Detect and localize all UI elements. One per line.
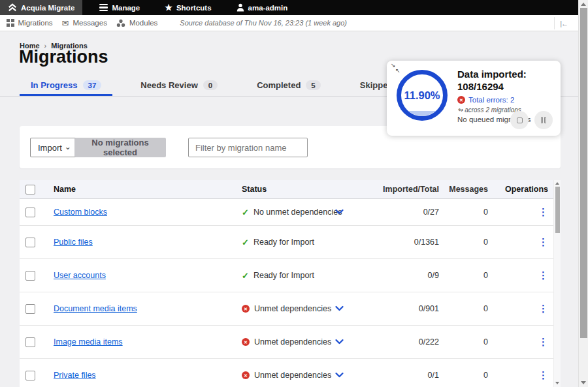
migration-link[interactable]: Image media items	[54, 337, 123, 347]
row-checkbox[interactable]	[25, 371, 35, 380]
tab-in-progress[interactable]: In Progress 37	[20, 76, 112, 96]
collapse-card-icon[interactable]: ↘ ↖	[391, 62, 402, 74]
messages-label: Messages	[73, 19, 106, 27]
scroll-down-icon[interactable]	[555, 382, 559, 384]
toolbar-item-messages[interactable]: ✉ Messages	[62, 19, 107, 27]
operations-menu-icon[interactable]: ⋮	[538, 369, 548, 380]
star-icon: ★	[165, 3, 172, 12]
import-progress-card: ↘ ↖ 11.90% Data imported: 108/16294 ✕ To…	[387, 61, 561, 136]
row-checkbox[interactable]	[25, 238, 35, 247]
pause-icon	[541, 117, 547, 123]
tab-completed[interactable]: Completed 5	[246, 76, 332, 96]
stop-import-button[interactable]	[510, 111, 529, 129]
row-checkbox[interactable]	[25, 337, 35, 347]
brand-button[interactable]: Acquia Migrate	[0, 0, 82, 15]
migration-filter-input[interactable]	[188, 138, 308, 157]
messages-count: 0	[439, 238, 488, 247]
scroll-down-icon[interactable]	[581, 381, 586, 384]
migration-link[interactable]: Custom blocks	[54, 208, 107, 217]
table-scrollbar-thumb[interactable]	[555, 187, 560, 233]
status-text: No unmet dependencies	[253, 208, 342, 217]
data-imported-label: Data imported:	[457, 68, 555, 80]
envelope-icon: ✉	[62, 19, 69, 27]
page-title: Migrations	[19, 47, 108, 67]
chevron-down-icon[interactable]	[335, 306, 344, 312]
pause-import-button[interactable]	[534, 111, 553, 129]
table-row: User accounts ✓ Ready for Import 0/9 0 ⋮	[20, 258, 553, 292]
row-checkbox[interactable]	[25, 208, 35, 217]
messages-count: 0	[439, 371, 488, 380]
status-error-icon: ✕	[242, 338, 250, 346]
table-header-row: Name Status Imported/Total Messages Oper…	[20, 180, 553, 199]
row-checkbox[interactable]	[25, 271, 35, 281]
brand-label: Acquia Migrate	[21, 4, 74, 12]
admin-topbar: Acquia Migrate Manage ★ Shortcuts ama-ad…	[0, 0, 578, 15]
tab-label: In Progress	[31, 80, 78, 90]
imported-total-value: 0/1361	[366, 238, 439, 247]
stop-icon	[517, 117, 523, 123]
migration-link[interactable]: Document media items	[54, 304, 137, 313]
total-errors-link[interactable]: ✕ Total errors: 2	[457, 96, 555, 104]
status-error-icon: ✕	[242, 371, 250, 379]
grid-icon	[7, 19, 14, 27]
hamburger-icon	[99, 4, 108, 11]
status-error-icon: ✕	[242, 305, 250, 313]
tab-needs-review[interactable]: Needs Review 0	[129, 76, 229, 96]
gauge-fill-level	[401, 111, 443, 116]
migration-link[interactable]: Public files	[54, 238, 93, 247]
progress-percent: 11.90%	[404, 89, 440, 102]
toolbar-item-modules[interactable]: Modules	[116, 19, 157, 27]
migrate-toolbar: Migrations ✉ Messages Modules Source dat…	[0, 15, 578, 31]
import-dropdown-button[interactable]: Import ⌄	[30, 138, 79, 157]
operations-menu-icon[interactable]: ⋮	[538, 270, 548, 281]
operations-menu-icon[interactable]: ⋮	[538, 206, 548, 217]
migrations-table: Name Status Imported/Total Messages Oper…	[20, 180, 553, 387]
tab-count-badge: 0	[203, 80, 218, 90]
no-migrations-selected-button[interactable]: No migrations selected	[74, 138, 166, 157]
operations-menu-icon[interactable]: ⋮	[538, 236, 548, 247]
messages-count: 0	[439, 304, 488, 313]
tab-label: Needs Review	[140, 80, 197, 90]
toolbar-item-migrations[interactable]: Migrations	[7, 19, 53, 27]
source-database-note: Source database of Thu Nov 16, 23:23 (1 …	[180, 19, 347, 27]
data-imported-count: 108/16294	[457, 80, 555, 93]
page-scrollbar-thumb[interactable]	[580, 8, 587, 338]
operations-menu-icon[interactable]: ⋮	[538, 336, 548, 347]
migration-link[interactable]: User accounts	[54, 271, 106, 280]
status-ok-icon: ✓	[242, 271, 249, 281]
migrations-label: Migrations	[18, 19, 53, 27]
user-icon	[237, 3, 244, 12]
topbar-item-shortcuts[interactable]: ★ Shortcuts	[157, 0, 219, 15]
header-imported-total: Imported/Total	[366, 185, 439, 194]
table-row: Image media items ✕ Unmet dependencies 0…	[20, 325, 553, 358]
caret-down-icon: ⌄	[65, 142, 71, 151]
header-operations: Operations	[488, 185, 553, 194]
table-row: Private files ✕ Unmet dependencies 0/1 0…	[20, 358, 553, 387]
manage-label: Manage	[112, 4, 140, 12]
page-scrollbar[interactable]	[578, 0, 588, 387]
header-status: Status	[242, 185, 366, 194]
operations-menu-icon[interactable]: ⋮	[538, 303, 548, 314]
collapse-toolbar-icon[interactable]: |←	[554, 17, 573, 29]
scroll-up-icon[interactable]	[581, 3, 586, 6]
topbar-item-manage[interactable]: Manage	[91, 0, 148, 15]
status-text: Unmet dependencies	[254, 337, 331, 347]
select-all-checkbox[interactable]	[25, 185, 35, 194]
messages-count: 0	[439, 271, 488, 280]
migration-link[interactable]: Private files	[54, 371, 96, 380]
table-scrollbar[interactable]	[553, 180, 561, 387]
table-row: Custom blocks ✓ No unmet dependencies 0/…	[20, 199, 553, 225]
topbar-item-user[interactable]: ama-admin	[229, 0, 296, 15]
modules-label: Modules	[129, 19, 157, 27]
username-label: ama-admin	[248, 4, 288, 12]
imported-total-value: 0/27	[366, 208, 439, 217]
status-text: Unmet dependencies	[254, 304, 331, 313]
header-messages: Messages	[439, 185, 488, 194]
chevron-down-icon[interactable]	[335, 373, 344, 379]
chevron-down-icon[interactable]	[335, 339, 344, 345]
messages-count: 0	[439, 208, 488, 217]
chevron-down-icon[interactable]	[335, 209, 344, 215]
tab-count-badge: 37	[83, 80, 102, 90]
row-checkbox[interactable]	[25, 304, 35, 314]
scroll-up-icon[interactable]	[555, 182, 559, 185]
